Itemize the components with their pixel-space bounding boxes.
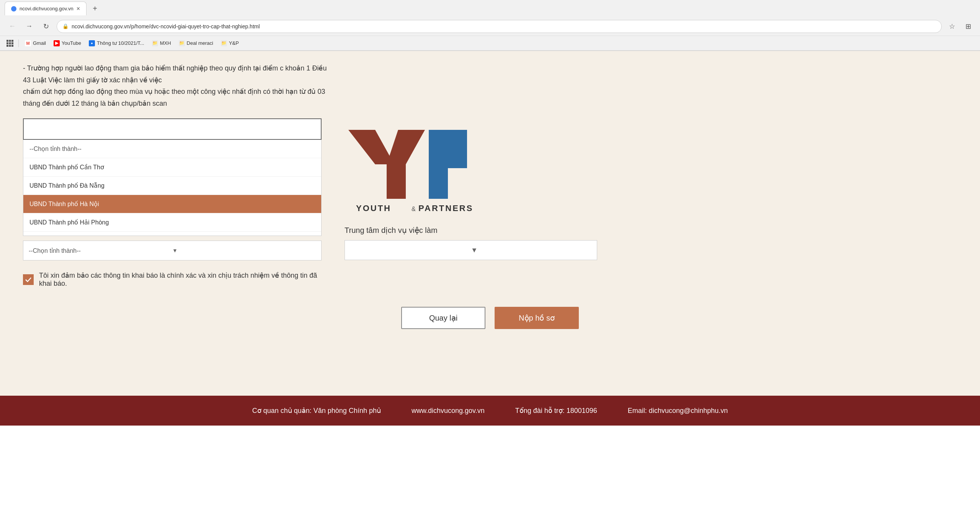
bookmark-gmail-label: Gmail (33, 40, 46, 46)
svg-rect-6 (7, 45, 8, 47)
form-left: --Chọn tỉnh thành-- UBND Thành phố Cần T… (23, 118, 322, 303)
svg-text:&: & (412, 206, 416, 212)
address-bar: 🔒 (57, 20, 942, 33)
header-text: - Trường hợp người lao động tham gia bảo… (23, 62, 329, 109)
dropdown-item-hcm[interactable]: UBND Thành phố Hồ Chí Minh (23, 232, 321, 236)
new-tab-button[interactable]: + (90, 3, 100, 14)
extensions-button[interactable]: ⊞ (962, 21, 974, 32)
bookmark-youtube[interactable]: ▶ YouTube (51, 39, 84, 48)
youtube-favicon: ▶ (54, 40, 60, 46)
back-button[interactable]: ← (6, 20, 18, 33)
logo-area: YOUTH & PARTNERS (345, 126, 482, 214)
confirm-checkbox[interactable] (23, 274, 34, 285)
province-search-input[interactable] (24, 119, 321, 139)
province-select-arrow: ▼ (172, 247, 316, 254)
header-line1: - Trường hợp người lao động tham gia bảo… (23, 64, 327, 84)
svg-rect-13 (448, 130, 467, 149)
nop-ho-so-button[interactable]: Nộp hồ sơ (495, 307, 579, 329)
dropdown-item-cantho[interactable]: UBND Thành phố Cần Thơ (23, 158, 321, 177)
tab-close-icon[interactable]: × (77, 5, 80, 12)
footer-tong-dai: Tổng đài hỗ trợ: 18001096 (515, 406, 597, 415)
url-input[interactable] (72, 23, 936, 29)
header-line2: chấm dứt hợp đồng lao động theo mùa vụ h… (23, 88, 325, 107)
svg-text:PARTNERS: PARTNERS (418, 203, 473, 213)
dropdown-list-inner[interactable]: --Chọn tỉnh thành-- UBND Thành phố Cần T… (23, 140, 321, 236)
gmail-favicon: M (25, 40, 31, 46)
svg-text:YOUTH: YOUTH (356, 203, 391, 213)
checkbox-area: Tôi xin đảm bảo các thông tin khai báo l… (23, 271, 322, 288)
bookmark-thongtu[interactable]: ● Thông tư 10/2021/T... (86, 39, 147, 48)
yp-favicon: 📁 (221, 40, 227, 46)
bookmarks-bar: M Gmail ▶ YouTube ● Thông tư 10/2021/T..… (0, 36, 980, 51)
bookmark-youtube-label: YouTube (62, 40, 81, 46)
province-select[interactable]: --Chọn tỉnh thành-- ▼ (23, 241, 322, 260)
svg-rect-4 (9, 42, 11, 44)
bookmark-yp-label: Y&P (229, 40, 239, 46)
bookmarks-divider (18, 39, 19, 47)
bookmark-mxh[interactable]: 📁 MXH (149, 39, 174, 48)
dropdown-list: --Chọn tỉnh thành-- UBND Thành phố Cần T… (23, 140, 322, 236)
bookmark-mxh-label: MXH (160, 40, 171, 46)
deal-favicon: 📁 (179, 40, 185, 46)
svg-rect-3 (7, 42, 8, 44)
service-select-arrow: ▼ (471, 246, 591, 254)
bookmark-thongtu-label: Thông tư 10/2021/T... (97, 40, 144, 46)
bookmark-yp[interactable]: 📁 Y&P (218, 39, 242, 48)
yp-logo-svg: YOUTH & PARTNERS (345, 126, 482, 214)
province-select-value: --Chọn tỉnh thành-- (29, 247, 172, 254)
svg-marker-11 (387, 164, 406, 199)
quay-lai-button[interactable]: Quay lại (401, 307, 485, 329)
bookmark-button[interactable]: ☆ (946, 21, 958, 32)
form-right: YOUTH & PARTNERS Trung tâm dịch vụ việc … (345, 118, 957, 260)
svg-rect-7 (9, 45, 11, 47)
form-area: --Chọn tỉnh thành-- UBND Thành phố Cần T… (23, 118, 957, 303)
mxh-favicon: 📁 (152, 40, 158, 46)
tab-bar: ncovi.dichvucong.gov.vn × + (0, 0, 980, 17)
dropdown-placeholder[interactable]: --Chọn tỉnh thành-- (23, 140, 321, 158)
footer-website: www.dichvucong.gov.vn (412, 407, 485, 415)
checkbox-label: Tôi xin đảm bảo các thông tin khai báo l… (39, 271, 322, 288)
bookmark-gmail[interactable]: M Gmail (22, 39, 49, 48)
svg-rect-1 (9, 40, 11, 42)
active-tab[interactable]: ncovi.dichvucong.gov.vn × (5, 2, 87, 15)
search-input-wrap (23, 118, 322, 140)
svg-rect-2 (11, 40, 13, 42)
dropdown-item-haiphong[interactable]: UBND Thành phố Hải Phòng (23, 213, 321, 232)
bookmark-deal[interactable]: 📁 Deal meraci (176, 39, 216, 48)
forward-button[interactable]: → (23, 20, 35, 33)
browser-chrome: ncovi.dichvucong.gov.vn × + ← → ↻ 🔒 ☆ ⊞ … (0, 0, 980, 51)
footer-email: Email: dichvucong@chinhphu.vn (628, 407, 728, 415)
nav-bar: ← → ↻ 🔒 ☆ ⊞ (0, 17, 980, 36)
bookmark-deal-label: Deal meraci (187, 40, 213, 46)
footer-co-quan: Cơ quan chủ quản: Văn phòng Chính phủ (252, 406, 381, 415)
reload-button[interactable]: ↻ (40, 20, 52, 33)
svg-rect-0 (7, 40, 8, 42)
svg-marker-10 (387, 130, 425, 164)
service-select[interactable]: ▼ (345, 240, 597, 260)
thongtu-favicon: ● (89, 40, 95, 46)
lock-icon: 🔒 (62, 23, 69, 29)
dropdown-item-hanoi[interactable]: UBND Thành phố Hà Nội (23, 195, 321, 213)
dropdown-item-danang[interactable]: UBND Thành phố Đà Nẵng (23, 177, 321, 195)
svg-marker-9 (348, 130, 394, 164)
button-row: Quay lại Nộp hồ sơ (23, 307, 957, 348)
trung-tam-label: Trung tâm dịch vụ việc làm (345, 226, 438, 235)
page-content: - Trường hợp người lao động tham gia bảo… (0, 51, 980, 396)
apps-button[interactable] (5, 38, 15, 49)
svg-rect-8 (11, 45, 13, 47)
svg-rect-15 (429, 149, 467, 168)
checkmark-icon (25, 276, 32, 283)
svg-rect-5 (11, 42, 13, 44)
footer: Cơ quan chủ quản: Văn phòng Chính phủ ww… (0, 396, 980, 426)
